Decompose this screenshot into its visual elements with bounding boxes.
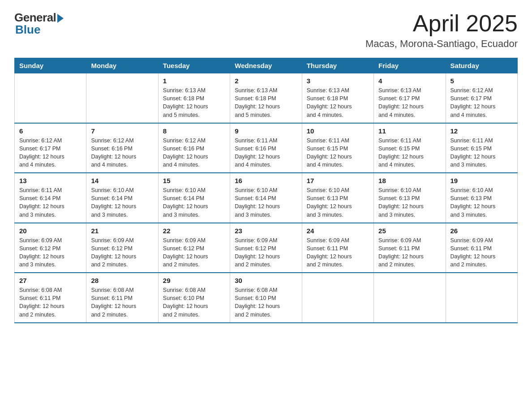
day-number: 13 [19, 177, 82, 184]
calendar-day-cell: 21Sunrise: 6:09 AMSunset: 6:12 PMDayligh… [86, 223, 158, 273]
day-number: 16 [235, 177, 297, 184]
calendar-day-cell [446, 273, 517, 323]
calendar-day-cell: 30Sunrise: 6:08 AMSunset: 6:10 PMDayligh… [230, 273, 302, 323]
calendar-day-cell: 27Sunrise: 6:08 AMSunset: 6:11 PMDayligh… [15, 273, 86, 323]
day-number: 11 [378, 127, 441, 135]
day-number: 10 [307, 127, 369, 135]
calendar-day-cell: 18Sunrise: 6:10 AMSunset: 6:13 PMDayligh… [374, 173, 446, 223]
day-info: Sunrise: 6:11 AMSunset: 6:16 PMDaylight:… [235, 137, 297, 169]
day-info: Sunrise: 6:13 AMSunset: 6:18 PMDaylight:… [307, 86, 369, 119]
day-info: Sunrise: 6:08 AMSunset: 6:11 PMDaylight:… [91, 286, 153, 319]
day-info: Sunrise: 6:12 AMSunset: 6:17 PMDaylight:… [19, 137, 82, 169]
calendar-day-header: Wednesday [230, 58, 302, 73]
day-number: 30 [235, 277, 297, 284]
day-number: 1 [163, 77, 225, 85]
day-info: Sunrise: 6:11 AMSunset: 6:15 PMDaylight:… [378, 137, 441, 169]
calendar-day-cell: 9Sunrise: 6:11 AMSunset: 6:16 PMDaylight… [230, 123, 302, 173]
day-info: Sunrise: 6:13 AMSunset: 6:18 PMDaylight:… [163, 86, 225, 119]
day-info: Sunrise: 6:08 AMSunset: 6:11 PMDaylight:… [19, 286, 82, 319]
day-number: 9 [235, 127, 297, 135]
day-number: 21 [91, 227, 153, 235]
calendar-day-cell: 6Sunrise: 6:12 AMSunset: 6:17 PMDaylight… [15, 123, 86, 173]
day-info: Sunrise: 6:12 AMSunset: 6:16 PMDaylight:… [91, 137, 153, 169]
calendar-day-header: Sunday [15, 58, 86, 73]
day-number: 5 [450, 77, 513, 85]
day-number: 15 [163, 177, 225, 184]
day-number: 23 [235, 227, 297, 235]
calendar-day-cell: 23Sunrise: 6:09 AMSunset: 6:12 PMDayligh… [230, 223, 302, 273]
day-number: 20 [19, 227, 82, 235]
day-number: 22 [163, 227, 225, 235]
calendar-day-cell: 25Sunrise: 6:09 AMSunset: 6:11 PMDayligh… [374, 223, 446, 273]
calendar-day-cell: 1Sunrise: 6:13 AMSunset: 6:18 PMDaylight… [158, 73, 230, 123]
calendar-day-cell [302, 273, 373, 323]
calendar-day-header: Saturday [446, 58, 517, 73]
day-info: Sunrise: 6:09 AMSunset: 6:12 PMDaylight:… [91, 236, 153, 269]
calendar-day-cell: 8Sunrise: 6:12 AMSunset: 6:16 PMDaylight… [158, 123, 230, 173]
day-number: 2 [235, 77, 297, 85]
calendar-day-cell: 14Sunrise: 6:10 AMSunset: 6:14 PMDayligh… [86, 173, 158, 223]
day-number: 28 [91, 277, 153, 284]
calendar-day-cell: 11Sunrise: 6:11 AMSunset: 6:15 PMDayligh… [374, 123, 446, 173]
day-info: Sunrise: 6:08 AMSunset: 6:10 PMDaylight:… [235, 286, 297, 319]
calendar-week-row: 27Sunrise: 6:08 AMSunset: 6:11 PMDayligh… [15, 273, 518, 323]
calendar-day-cell [15, 73, 86, 123]
day-info: Sunrise: 6:10 AMSunset: 6:13 PMDaylight:… [450, 186, 513, 219]
day-info: Sunrise: 6:09 AMSunset: 6:11 PMDaylight:… [378, 236, 441, 269]
day-number: 8 [163, 127, 225, 135]
day-info: Sunrise: 6:09 AMSunset: 6:12 PMDaylight:… [163, 236, 225, 269]
calendar-day-cell: 10Sunrise: 6:11 AMSunset: 6:15 PMDayligh… [302, 123, 373, 173]
day-info: Sunrise: 6:09 AMSunset: 6:12 PMDaylight:… [235, 236, 297, 269]
day-info: Sunrise: 6:11 AMSunset: 6:15 PMDaylight:… [450, 137, 513, 169]
calendar-day-cell: 22Sunrise: 6:09 AMSunset: 6:12 PMDayligh… [158, 223, 230, 273]
day-info: Sunrise: 6:09 AMSunset: 6:11 PMDaylight:… [307, 236, 369, 269]
calendar-day-cell: 5Sunrise: 6:12 AMSunset: 6:17 PMDaylight… [446, 73, 517, 123]
day-info: Sunrise: 6:10 AMSunset: 6:14 PMDaylight:… [163, 186, 225, 219]
day-info: Sunrise: 6:13 AMSunset: 6:18 PMDaylight:… [235, 86, 297, 119]
page-header: General Blue April 2025 Macas, Morona-Sa… [14, 11, 518, 50]
day-number: 17 [307, 177, 369, 184]
day-number: 4 [378, 77, 441, 85]
calendar-day-cell [374, 273, 446, 323]
logo-arrow-icon [57, 14, 64, 23]
day-info: Sunrise: 6:08 AMSunset: 6:10 PMDaylight:… [163, 286, 225, 319]
logo-blue-text: Blue [14, 23, 40, 37]
day-number: 24 [307, 227, 369, 235]
day-number: 29 [163, 277, 225, 284]
calendar-day-cell: 16Sunrise: 6:10 AMSunset: 6:14 PMDayligh… [230, 173, 302, 223]
day-info: Sunrise: 6:10 AMSunset: 6:14 PMDaylight:… [91, 186, 153, 219]
day-info: Sunrise: 6:09 AMSunset: 6:12 PMDaylight:… [19, 236, 82, 269]
calendar-week-row: 1Sunrise: 6:13 AMSunset: 6:18 PMDaylight… [15, 73, 518, 123]
day-number: 18 [378, 177, 441, 184]
day-number: 25 [378, 227, 441, 235]
day-info: Sunrise: 6:12 AMSunset: 6:17 PMDaylight:… [450, 86, 513, 119]
calendar-day-header: Monday [86, 58, 158, 73]
day-number: 14 [91, 177, 153, 184]
calendar-day-cell: 29Sunrise: 6:08 AMSunset: 6:10 PMDayligh… [158, 273, 230, 323]
title-area: April 2025 Macas, Morona-Santiago, Ecuad… [365, 11, 518, 50]
day-number: 19 [450, 177, 513, 184]
calendar-day-header: Tuesday [158, 58, 230, 73]
day-info: Sunrise: 6:12 AMSunset: 6:16 PMDaylight:… [163, 137, 225, 169]
calendar-day-cell: 12Sunrise: 6:11 AMSunset: 6:15 PMDayligh… [446, 123, 517, 173]
calendar-week-row: 13Sunrise: 6:11 AMSunset: 6:14 PMDayligh… [15, 173, 518, 223]
calendar-day-cell: 2Sunrise: 6:13 AMSunset: 6:18 PMDaylight… [230, 73, 302, 123]
calendar-day-cell: 7Sunrise: 6:12 AMSunset: 6:16 PMDaylight… [86, 123, 158, 173]
calendar-header-row: SundayMondayTuesdayWednesdayThursdayFrid… [15, 58, 518, 73]
day-number: 26 [450, 227, 513, 235]
calendar-week-row: 20Sunrise: 6:09 AMSunset: 6:12 PMDayligh… [15, 223, 518, 273]
calendar-week-row: 6Sunrise: 6:12 AMSunset: 6:17 PMDaylight… [15, 123, 518, 173]
calendar-day-header: Friday [374, 58, 446, 73]
calendar-day-cell: 26Sunrise: 6:09 AMSunset: 6:11 PMDayligh… [446, 223, 517, 273]
day-number: 3 [307, 77, 369, 85]
day-number: 6 [19, 127, 82, 135]
calendar-day-cell: 20Sunrise: 6:09 AMSunset: 6:12 PMDayligh… [15, 223, 86, 273]
page-subtitle: Macas, Morona-Santiago, Ecuador [365, 38, 518, 50]
calendar-day-cell: 17Sunrise: 6:10 AMSunset: 6:13 PMDayligh… [302, 173, 373, 223]
calendar-day-cell: 13Sunrise: 6:11 AMSunset: 6:14 PMDayligh… [15, 173, 86, 223]
calendar-day-cell: 3Sunrise: 6:13 AMSunset: 6:18 PMDaylight… [302, 73, 373, 123]
calendar-day-cell: 28Sunrise: 6:08 AMSunset: 6:11 PMDayligh… [86, 273, 158, 323]
day-info: Sunrise: 6:10 AMSunset: 6:13 PMDaylight:… [378, 186, 441, 219]
calendar-day-cell: 4Sunrise: 6:13 AMSunset: 6:17 PMDaylight… [374, 73, 446, 123]
logo: General Blue [14, 11, 64, 37]
